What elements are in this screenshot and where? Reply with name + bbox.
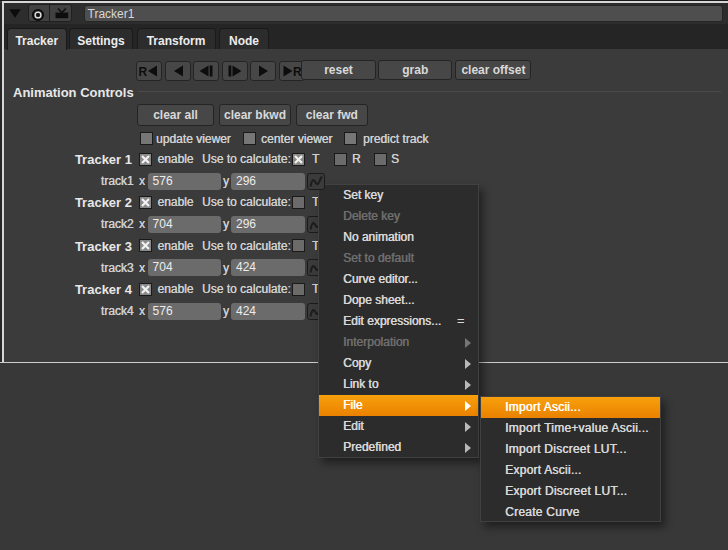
svg-text:R: R xyxy=(139,64,148,78)
